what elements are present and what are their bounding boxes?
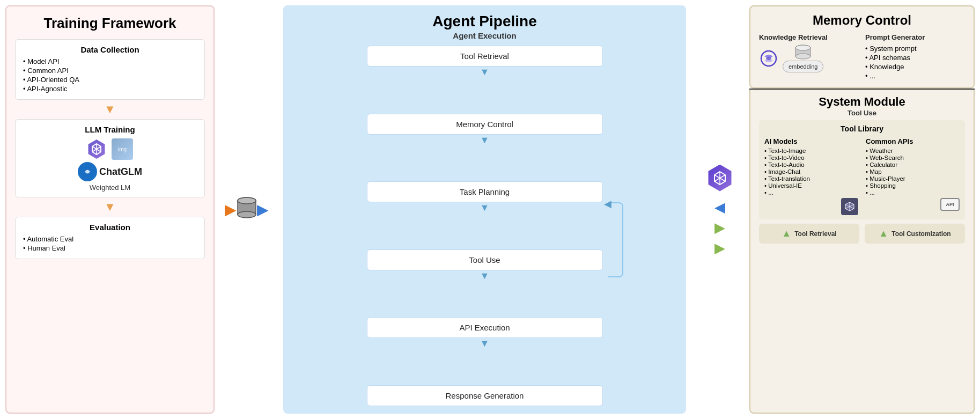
cube-icon [841,198,858,215]
tool-columns: AI Models Text-to-Image Text-to-Video Te… [764,137,960,215]
bottom-row: ▲ Tool Retrieval ▲ Tool Customization [759,224,965,244]
left-center-connector: ▶ ▶ [215,0,279,419]
system-module-title: System Module [759,95,965,109]
step-memory-control: Memory Control [367,114,603,135]
chatglm-text: ChatGLM [99,166,142,178]
list-item: API-Oriented QA [23,76,197,84]
list-item: ... [764,189,858,196]
knowledge-retrieval-label: Knowledge Retrieval [759,33,859,41]
right-panel: Memory Control Knowledge Retrieval [749,5,975,414]
list-item: Text-to-Image [764,148,858,154]
memory-row: Knowledge Retrieval [759,33,965,81]
list-item: Shopping [866,182,960,189]
tool-customization-box: ▲ Tool Customization [865,224,965,244]
list-item: ... [866,189,960,196]
llm-training-box: LLM Training img ChatGLM Weighted LM [15,119,205,197]
step-arrow-3: ▼ [480,202,490,213]
common-apis-title: Common APIs [866,137,960,145]
hex-icon-1 [87,139,106,159]
step-arrow-5: ▼ [480,338,490,349]
list-item: Text-translation [764,175,858,182]
svg-point-8 [238,197,256,204]
common-apis-list: Weather Web-Search Calculator Map Music-… [866,148,960,196]
svg-point-7 [238,211,256,218]
arrow-up-icon-2: ▲ [879,228,888,239]
chatglm-icon [78,162,97,181]
ai-models-col: AI Models Text-to-Image Text-to-Video Te… [764,137,858,215]
arrow-blue-icon: ▶ [257,201,269,218]
arrow-orange-icon: ▶ [225,201,237,218]
tool-use-label: Tool Use [759,109,965,117]
memory-control-section: Memory Control Knowledge Retrieval [749,5,975,89]
ai-models-list: Text-to-Image Text-to-Video Text-to-Audi… [764,148,858,196]
arrow-down-2: ▼ [15,197,205,217]
database-icon [237,196,257,223]
svg-point-14 [766,57,771,60]
cube-icon-area [764,198,858,215]
list-item: Web-Search [866,155,960,161]
list-item: Human Eval [23,244,197,252]
knot-icon [759,49,778,68]
arrow-down-1: ▼ [15,100,205,119]
step-response-generation: Response Generation [367,385,603,406]
image-icon: img [112,138,133,160]
weighted-lm-label: Weighted LM [23,183,197,192]
arrow-right-green-icon: ▶ [714,220,725,234]
list-item: Image-Chat [764,168,858,175]
pipeline-steps: Tool Retrieval ▼ Memory Control ▼ Task P… [367,46,603,406]
llm-training-title: LLM Training [23,125,197,134]
api-badge-area: API [866,198,960,211]
tool-library-title: Tool Library [764,124,960,133]
list-item: Music-Player [866,175,960,182]
common-apis-col: Common APIs Weather Web-Search Calculato… [866,137,960,215]
list-item: Universal-IE [764,182,858,189]
step-arrow-1: ▼ [480,67,490,77]
list-item: Text-to-Audio [764,161,858,168]
step-wrapper-2: Memory Control ▼ [367,114,603,145]
list-item: API schemas [865,54,965,62]
step-wrapper-1: Tool Retrieval ▼ [367,46,603,77]
feedback-arrow-bracket: ◀ [608,202,623,277]
svg-point-17 [795,54,810,59]
knowledge-icon-row: embedding [759,45,859,72]
arrow-left-blue-icon: ◀ [714,200,725,214]
center-panel: Agent Pipeline Agent Execution Tool Retr… [283,5,686,414]
step-tool-retrieval: Tool Retrieval [367,46,603,67]
prompt-generator-col: Prompt Generator System prompt API schem… [865,33,965,81]
tool-customization-label: Tool Customization [891,230,950,238]
arrow-right-green2-icon: ▶ [714,241,725,255]
step-wrapper-3: Task Planning ◀ ▼ [367,181,603,213]
llm-icons-row: img [23,138,197,160]
list-item: Knowledge [865,63,965,71]
db-embed-group: embedding [783,45,823,72]
knowledge-retrieval-col: Knowledge Retrieval [759,33,859,81]
step-wrapper-5: API Execution ▼ [367,317,603,349]
connector-icon-group: ▶ ▶ [225,196,269,223]
system-module-section: System Module Tool Use Tool Library AI M… [749,90,975,414]
step-api-execution: API Execution [367,317,603,338]
list-item: ... [865,72,965,80]
step-wrapper-4: Tool Use ▼ [367,249,603,281]
list-item: API-Agnostic [23,85,197,93]
list-item: Text-to-Video [764,155,858,161]
data-collection-box: Data Collection Model API Common API API… [15,39,205,100]
left-panel: Training Framework Data Collection Model… [5,5,215,414]
list-item: Common API [23,67,197,75]
chatglm-logo: ChatGLM [23,162,197,181]
right-connector-area: ◀ ▶ ▶ [690,5,749,414]
list-item: Weather [866,148,960,154]
arrow-up-icon-1: ▲ [782,228,791,239]
list-item: Map [866,168,960,175]
step-tool-use: Tool Use [367,249,603,270]
list-item: Automatic Eval [23,235,197,243]
training-framework-title: Training Framework [15,15,205,32]
tool-retrieval-box: ▲ Tool Retrieval [759,224,859,244]
step-wrapper-6: Response Generation [367,385,603,406]
evaluation-list: Automatic Eval Human Eval [23,235,197,252]
prompt-generator-label: Prompt Generator [865,33,965,41]
api-badge: API [940,198,960,211]
embedding-label: embedding [783,61,823,72]
list-item: Calculator [866,161,960,168]
feedback-arrow-container: ◀ [608,181,623,277]
agent-pipeline-title: Agent Pipeline [432,13,536,30]
